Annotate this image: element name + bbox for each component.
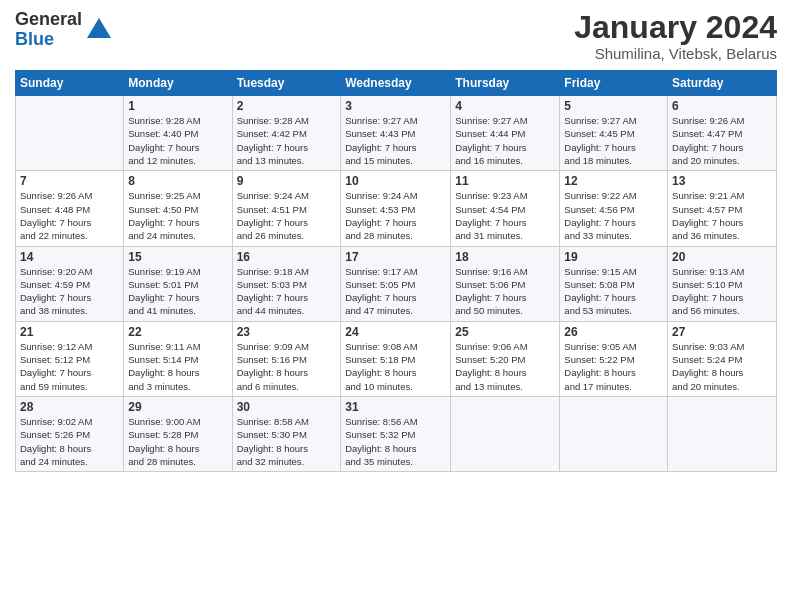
day-info: Sunrise: 9:26 AM Sunset: 4:47 PM Dayligh… — [672, 114, 772, 167]
day-info: Sunrise: 9:27 AM Sunset: 4:43 PM Dayligh… — [345, 114, 446, 167]
day-number: 24 — [345, 325, 446, 339]
logo-text: General Blue — [15, 10, 82, 50]
day-info: Sunrise: 9:08 AM Sunset: 5:18 PM Dayligh… — [345, 340, 446, 393]
day-info: Sunrise: 9:05 AM Sunset: 5:22 PM Dayligh… — [564, 340, 663, 393]
day-number: 19 — [564, 250, 663, 264]
calendar-cell: 30Sunrise: 8:58 AM Sunset: 5:30 PM Dayli… — [232, 396, 341, 471]
calendar-week-4: 21Sunrise: 9:12 AM Sunset: 5:12 PM Dayli… — [16, 321, 777, 396]
day-number: 1 — [128, 99, 227, 113]
day-info: Sunrise: 9:23 AM Sunset: 4:54 PM Dayligh… — [455, 189, 555, 242]
svg-marker-0 — [87, 18, 111, 38]
day-info: Sunrise: 9:03 AM Sunset: 5:24 PM Dayligh… — [672, 340, 772, 393]
calendar-cell: 12Sunrise: 9:22 AM Sunset: 4:56 PM Dayli… — [560, 171, 668, 246]
day-info: Sunrise: 9:27 AM Sunset: 4:45 PM Dayligh… — [564, 114, 663, 167]
calendar-cell: 5Sunrise: 9:27 AM Sunset: 4:45 PM Daylig… — [560, 96, 668, 171]
calendar-cell: 16Sunrise: 9:18 AM Sunset: 5:03 PM Dayli… — [232, 246, 341, 321]
day-number: 2 — [237, 99, 337, 113]
calendar-cell: 25Sunrise: 9:06 AM Sunset: 5:20 PM Dayli… — [451, 321, 560, 396]
weekday-header-sunday: Sunday — [16, 71, 124, 96]
calendar-cell: 27Sunrise: 9:03 AM Sunset: 5:24 PM Dayli… — [668, 321, 777, 396]
calendar-cell: 17Sunrise: 9:17 AM Sunset: 5:05 PM Dayli… — [341, 246, 451, 321]
day-number: 12 — [564, 174, 663, 188]
weekday-header-row: SundayMondayTuesdayWednesdayThursdayFrid… — [16, 71, 777, 96]
logo-general: General — [15, 9, 82, 29]
calendar-cell: 9Sunrise: 9:24 AM Sunset: 4:51 PM Daylig… — [232, 171, 341, 246]
day-number: 18 — [455, 250, 555, 264]
calendar-cell: 21Sunrise: 9:12 AM Sunset: 5:12 PM Dayli… — [16, 321, 124, 396]
day-number: 7 — [20, 174, 119, 188]
calendar-week-2: 7Sunrise: 9:26 AM Sunset: 4:48 PM Daylig… — [16, 171, 777, 246]
weekday-header-tuesday: Tuesday — [232, 71, 341, 96]
calendar-cell — [16, 96, 124, 171]
day-info: Sunrise: 9:02 AM Sunset: 5:26 PM Dayligh… — [20, 415, 119, 468]
day-number: 14 — [20, 250, 119, 264]
logo: General Blue — [15, 10, 113, 50]
weekday-header-monday: Monday — [124, 71, 232, 96]
day-number: 3 — [345, 99, 446, 113]
day-info: Sunrise: 9:24 AM Sunset: 4:53 PM Dayligh… — [345, 189, 446, 242]
day-number: 9 — [237, 174, 337, 188]
location-subtitle: Shumilina, Vitebsk, Belarus — [574, 45, 777, 62]
day-info: Sunrise: 9:15 AM Sunset: 5:08 PM Dayligh… — [564, 265, 663, 318]
calendar-page: General Blue January 2024 Shumilina, Vit… — [0, 0, 792, 612]
calendar-cell: 26Sunrise: 9:05 AM Sunset: 5:22 PM Dayli… — [560, 321, 668, 396]
calendar-cell: 18Sunrise: 9:16 AM Sunset: 5:06 PM Dayli… — [451, 246, 560, 321]
calendar-table: SundayMondayTuesdayWednesdayThursdayFrid… — [15, 70, 777, 472]
calendar-week-1: 1Sunrise: 9:28 AM Sunset: 4:40 PM Daylig… — [16, 96, 777, 171]
day-number: 4 — [455, 99, 555, 113]
calendar-cell: 29Sunrise: 9:00 AM Sunset: 5:28 PM Dayli… — [124, 396, 232, 471]
day-number: 16 — [237, 250, 337, 264]
calendar-cell: 8Sunrise: 9:25 AM Sunset: 4:50 PM Daylig… — [124, 171, 232, 246]
calendar-cell: 20Sunrise: 9:13 AM Sunset: 5:10 PM Dayli… — [668, 246, 777, 321]
day-info: Sunrise: 9:16 AM Sunset: 5:06 PM Dayligh… — [455, 265, 555, 318]
calendar-cell — [668, 396, 777, 471]
day-info: Sunrise: 9:24 AM Sunset: 4:51 PM Dayligh… — [237, 189, 337, 242]
day-number: 17 — [345, 250, 446, 264]
header: General Blue January 2024 Shumilina, Vit… — [15, 10, 777, 62]
day-info: Sunrise: 9:22 AM Sunset: 4:56 PM Dayligh… — [564, 189, 663, 242]
day-number: 5 — [564, 99, 663, 113]
day-info: Sunrise: 9:19 AM Sunset: 5:01 PM Dayligh… — [128, 265, 227, 318]
day-number: 28 — [20, 400, 119, 414]
day-number: 30 — [237, 400, 337, 414]
day-info: Sunrise: 9:13 AM Sunset: 5:10 PM Dayligh… — [672, 265, 772, 318]
calendar-cell: 2Sunrise: 9:28 AM Sunset: 4:42 PM Daylig… — [232, 96, 341, 171]
day-number: 22 — [128, 325, 227, 339]
day-number: 13 — [672, 174, 772, 188]
calendar-cell: 14Sunrise: 9:20 AM Sunset: 4:59 PM Dayli… — [16, 246, 124, 321]
day-info: Sunrise: 9:20 AM Sunset: 4:59 PM Dayligh… — [20, 265, 119, 318]
calendar-cell: 28Sunrise: 9:02 AM Sunset: 5:26 PM Dayli… — [16, 396, 124, 471]
calendar-cell — [451, 396, 560, 471]
day-number: 11 — [455, 174, 555, 188]
day-number: 21 — [20, 325, 119, 339]
day-info: Sunrise: 9:17 AM Sunset: 5:05 PM Dayligh… — [345, 265, 446, 318]
weekday-header-friday: Friday — [560, 71, 668, 96]
weekday-header-thursday: Thursday — [451, 71, 560, 96]
day-info: Sunrise: 9:11 AM Sunset: 5:14 PM Dayligh… — [128, 340, 227, 393]
day-info: Sunrise: 8:56 AM Sunset: 5:32 PM Dayligh… — [345, 415, 446, 468]
day-info: Sunrise: 9:06 AM Sunset: 5:20 PM Dayligh… — [455, 340, 555, 393]
day-number: 29 — [128, 400, 227, 414]
calendar-cell: 22Sunrise: 9:11 AM Sunset: 5:14 PM Dayli… — [124, 321, 232, 396]
calendar-week-3: 14Sunrise: 9:20 AM Sunset: 4:59 PM Dayli… — [16, 246, 777, 321]
day-info: Sunrise: 9:27 AM Sunset: 4:44 PM Dayligh… — [455, 114, 555, 167]
day-info: Sunrise: 9:12 AM Sunset: 5:12 PM Dayligh… — [20, 340, 119, 393]
day-number: 25 — [455, 325, 555, 339]
day-info: Sunrise: 8:58 AM Sunset: 5:30 PM Dayligh… — [237, 415, 337, 468]
day-info: Sunrise: 9:26 AM Sunset: 4:48 PM Dayligh… — [20, 189, 119, 242]
logo-text-block: General Blue — [15, 10, 113, 50]
day-info: Sunrise: 9:28 AM Sunset: 4:42 PM Dayligh… — [237, 114, 337, 167]
weekday-header-saturday: Saturday — [668, 71, 777, 96]
day-info: Sunrise: 9:00 AM Sunset: 5:28 PM Dayligh… — [128, 415, 227, 468]
calendar-cell: 15Sunrise: 9:19 AM Sunset: 5:01 PM Dayli… — [124, 246, 232, 321]
day-number: 27 — [672, 325, 772, 339]
weekday-header-wednesday: Wednesday — [341, 71, 451, 96]
day-number: 23 — [237, 325, 337, 339]
calendar-cell: 23Sunrise: 9:09 AM Sunset: 5:16 PM Dayli… — [232, 321, 341, 396]
calendar-cell: 19Sunrise: 9:15 AM Sunset: 5:08 PM Dayli… — [560, 246, 668, 321]
day-info: Sunrise: 9:28 AM Sunset: 4:40 PM Dayligh… — [128, 114, 227, 167]
calendar-cell: 7Sunrise: 9:26 AM Sunset: 4:48 PM Daylig… — [16, 171, 124, 246]
calendar-cell: 4Sunrise: 9:27 AM Sunset: 4:44 PM Daylig… — [451, 96, 560, 171]
day-number: 26 — [564, 325, 663, 339]
calendar-week-5: 28Sunrise: 9:02 AM Sunset: 5:26 PM Dayli… — [16, 396, 777, 471]
